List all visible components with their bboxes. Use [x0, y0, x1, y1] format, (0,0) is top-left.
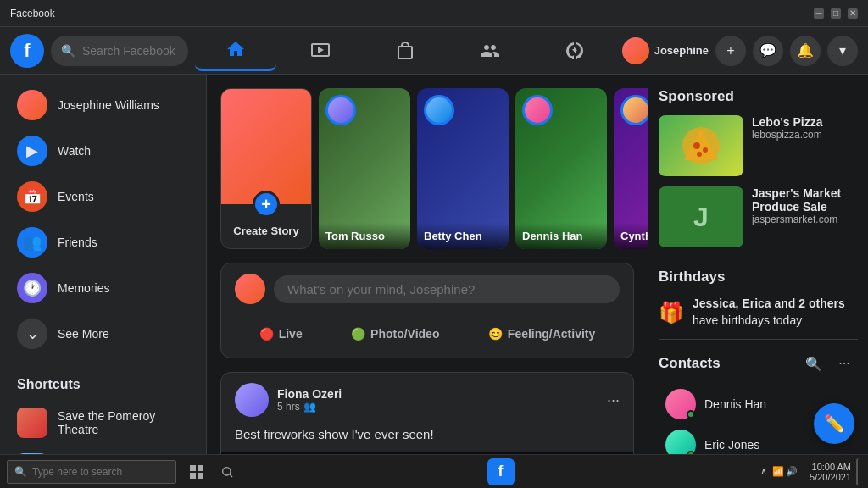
window-title: Facebook: [10, 8, 55, 19]
svg-point-74: [703, 147, 708, 152]
close-button[interactable]: ✕: [848, 8, 858, 19]
post-meta: 5 hrs 👥: [277, 401, 342, 413]
live-action[interactable]: 🔴 Live: [249, 320, 313, 347]
volume-icon[interactable]: 🔊: [786, 466, 798, 477]
minimize-button[interactable]: ─: [814, 8, 824, 19]
story-betty[interactable]: Betty Chen: [417, 88, 509, 249]
stories-section: + Create Story Tom Russo Betty Chen Den: [220, 88, 634, 249]
lebos-info: Lebo's Pizza lebospizza.com: [752, 115, 858, 176]
tab-gaming[interactable]: [534, 30, 615, 71]
taskbar: 🔍 f ∧ 📶 🔊 10:00 AM 5/20/2021: [0, 454, 868, 488]
taskbar-search-icon: 🔍: [14, 466, 27, 478]
window-controls: ─ □ ✕: [814, 8, 858, 19]
user-name: Josephine: [654, 44, 709, 57]
shortcut-pomeroy[interactable]: Save the Pomeroy Theatre: [7, 401, 199, 445]
birthday-text: Jessica, Erica and 2 others have birthda…: [693, 296, 858, 329]
svg-point-75: [697, 152, 702, 157]
taskbar-time: 10:00 AM: [810, 462, 851, 472]
facebook-logo[interactable]: f: [10, 34, 44, 68]
dennis-name: Dennis Han: [704, 397, 766, 411]
friends-icon: 👥: [17, 227, 47, 258]
main-feed: + Create Story Tom Russo Betty Chen Den: [207, 75, 648, 454]
contacts-search-button[interactable]: 🔍: [800, 350, 827, 377]
live-icon: 🔴: [259, 327, 274, 341]
sponsored-lebos[interactable]: Lebo's Pizza lebospizza.com: [659, 115, 858, 176]
lebos-url: lebospizza.com: [752, 129, 858, 141]
tab-marketplace[interactable]: [364, 30, 446, 71]
post-compose-box: 🔴 Live 🟢 Photo/Video 😊 Feeling/Activity: [220, 263, 634, 358]
dropdown-button[interactable]: ▾: [827, 36, 858, 66]
taskbar-search-task-button[interactable]: [214, 458, 241, 485]
see-more-icon: ⌄: [17, 319, 47, 349]
events-icon: 📅: [17, 181, 47, 212]
live-label: Live: [279, 327, 303, 341]
jaspers-name: Jasper's Market Produce Sale: [752, 186, 858, 214]
sidebar-divider: [10, 363, 196, 363]
photo-label: Photo/Video: [370, 327, 439, 341]
sidebar-item-profile[interactable]: Josephine Williams: [7, 83, 199, 127]
contacts-more-button[interactable]: ···: [831, 350, 858, 377]
story-cynthia[interactable]: Cynthia Lopez: [614, 88, 648, 249]
taskbar-center: f: [241, 458, 760, 485]
sidebar-item-watch[interactable]: ▶ Watch: [7, 129, 199, 173]
jaspers-url: jaspersmarket.com: [752, 214, 858, 225]
dennis-avatar: [665, 389, 696, 419]
contacts-header: Contacts 🔍 ···: [659, 350, 858, 377]
wifi-icon: 📶: [772, 466, 784, 477]
sidebar-item-friends[interactable]: 👥 Friends: [7, 220, 199, 264]
search-box[interactable]: 🔍: [51, 36, 188, 66]
sponsored-divider: [659, 258, 858, 258]
taskbar-search-input[interactable]: [32, 466, 169, 478]
create-story-plus-icon: +: [253, 191, 280, 218]
top-navigation: f 🔍 Josephine + 💬 🔔 ▾: [0, 27, 868, 75]
create-story-card[interactable]: + Create Story: [220, 88, 312, 249]
sidebar-item-events[interactable]: 📅 Events: [7, 175, 199, 219]
nav-tabs: [195, 30, 615, 71]
marketplace-icon: [395, 41, 415, 61]
post-more-button[interactable]: ···: [607, 391, 620, 409]
right-sidebar: Sponsored Lebo's Pizza lebospizza.com: [648, 75, 868, 454]
show-desktop-button[interactable]: [856, 458, 861, 485]
groups-icon: [480, 41, 500, 61]
photo-action[interactable]: 🟢 Photo/Video: [341, 320, 449, 347]
user-avatar-button[interactable]: Josephine: [622, 37, 709, 64]
post-author-name: Fiona Ozeri: [277, 387, 342, 401]
taskbar-tray-icons: ∧ 📶 🔊: [760, 466, 798, 477]
story-tom-avatar: [326, 95, 356, 125]
story-tom[interactable]: Tom Russo: [319, 88, 410, 249]
chat-button[interactable]: ✏️: [814, 403, 854, 444]
photo-icon: 🟢: [351, 327, 365, 341]
tab-groups[interactable]: [449, 30, 531, 71]
svg-line-81: [230, 474, 232, 477]
lebos-name: Lebo's Pizza: [752, 115, 858, 129]
post-box-input[interactable]: [274, 275, 620, 303]
home-icon: [225, 39, 246, 59]
search-input[interactable]: [82, 44, 178, 58]
tab-video[interactable]: [280, 30, 361, 71]
messenger-button[interactable]: 💬: [753, 36, 783, 66]
story-cynthia-name: Cynthia Lopez: [614, 223, 648, 249]
sidebar-item-memories[interactable]: 🕐 Memories: [7, 266, 199, 310]
maximize-button[interactable]: □: [831, 8, 841, 19]
post-author-avatar: [235, 383, 269, 417]
memories-icon: 🕐: [17, 273, 47, 303]
add-button[interactable]: +: [715, 36, 746, 66]
taskbar-fb-button[interactable]: f: [487, 458, 515, 485]
lebos-image: [659, 115, 743, 176]
windows-icon: [190, 465, 203, 479]
sponsored-title: Sponsored: [659, 88, 858, 105]
taskbar-start-button[interactable]: [183, 458, 210, 485]
taskbar-icons: [183, 458, 241, 485]
sidebar-item-see-more[interactable]: ⌄ See More: [7, 312, 199, 356]
story-dennis[interactable]: Dennis Han: [515, 88, 607, 249]
feeling-action[interactable]: 😊 Feeling/Activity: [478, 320, 605, 347]
post-privacy-icon: 👥: [303, 401, 316, 413]
eric-avatar: [665, 430, 696, 454]
shortcut-weekend[interactable]: Weekend Trips: [7, 446, 199, 454]
jaspers-logo: J: [659, 186, 743, 247]
jaspers-image: J: [659, 186, 743, 247]
tab-home[interactable]: [195, 30, 276, 71]
sponsored-jaspers[interactable]: J Jasper's Market Produce Sale jaspersma…: [659, 186, 858, 247]
chevron-up-icon[interactable]: ∧: [760, 466, 767, 477]
notifications-button[interactable]: 🔔: [790, 36, 821, 66]
